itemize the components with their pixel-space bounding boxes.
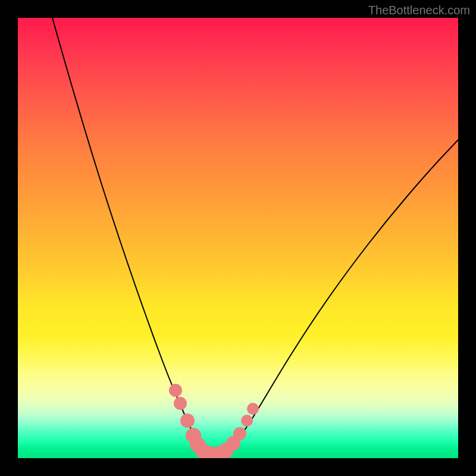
watermark-text: TheBottleneck.com: [368, 4, 470, 17]
plot-background: [18, 18, 458, 458]
